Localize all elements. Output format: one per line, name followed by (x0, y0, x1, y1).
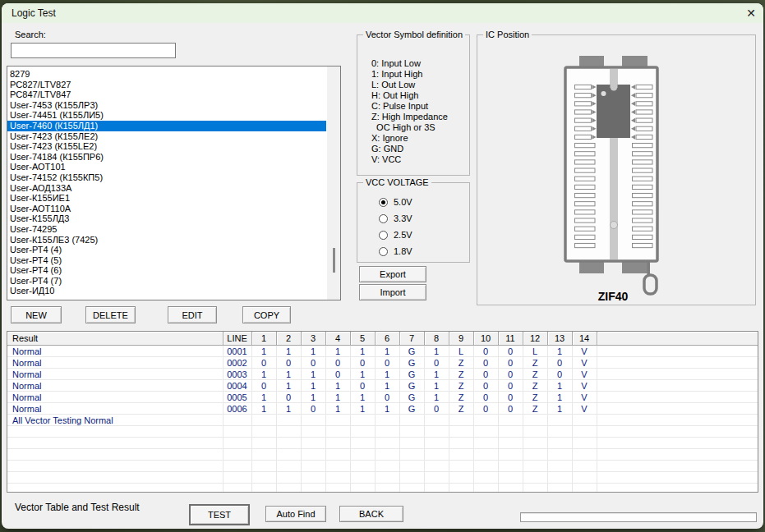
scrollbar-thumb[interactable] (333, 248, 335, 273)
socket-label: ZIF40 (598, 290, 629, 303)
value-cell: Z (449, 403, 473, 415)
listbox-scrollbar[interactable] (327, 66, 340, 300)
list-item[interactable]: User-РТ4 (4) (7, 245, 326, 255)
column-header: 14 (572, 332, 597, 346)
list-item[interactable]: PC847/LTV847 (7, 89, 326, 100)
value-cell: 1 (325, 403, 350, 415)
list-item[interactable]: User-74152 (К155КП5) (7, 172, 326, 183)
radio-icon[interactable] (379, 247, 388, 256)
vcc-option[interactable]: 3.3V (379, 210, 412, 227)
radio-icon[interactable] (379, 198, 388, 207)
value-cell: 0 (547, 369, 572, 380)
lever-handle[interactable] (644, 275, 657, 294)
value-cell (449, 426, 473, 438)
delete-button[interactable]: DELETE (85, 306, 136, 323)
value-cell (498, 472, 523, 484)
value-cell (424, 415, 449, 426)
symbol-line: H: Out High (371, 90, 448, 101)
vector-row[interactable]: Normal0002000000G0Z00Z0V (7, 357, 758, 369)
empty-row[interactable] (7, 461, 758, 472)
value-cell: G (399, 392, 424, 403)
vcc-option[interactable]: 2.5V (379, 227, 412, 243)
value-cell: 0 (498, 346, 523, 357)
empty-row[interactable] (7, 449, 758, 461)
list-item[interactable]: User-РТ4 (5) (7, 255, 326, 266)
list-item[interactable]: User-К155ЛД3 (7, 213, 326, 224)
vcc-option[interactable]: 1.8V (379, 243, 412, 259)
zif-socket-graphic: ZIF40 (477, 35, 755, 305)
vector-row[interactable]: Normal0003111011G1Z00Z0V (7, 369, 758, 380)
list-item[interactable]: User-74184 (К155ПР6) (7, 152, 326, 163)
value-cell (350, 449, 375, 461)
value-cell (449, 438, 473, 449)
close-icon[interactable]: ✕ (739, 3, 763, 23)
list-item[interactable]: User-АОТ101 (7, 162, 326, 172)
value-cell: Z (449, 357, 473, 369)
value-cell: 0 (473, 392, 498, 403)
vector-row[interactable]: Normal0004011101G1Z00Z1V (7, 380, 758, 392)
search-input[interactable] (11, 43, 176, 58)
radio-icon[interactable] (379, 214, 388, 223)
symbol-line: C: Pulse Input (371, 101, 448, 112)
value-cell: L (449, 346, 473, 357)
auto-find-button[interactable]: Auto Find (265, 506, 326, 522)
list-item[interactable]: User-РТ4 (7) (7, 276, 326, 287)
vector-symbol-title: Vector Symbol definition (363, 30, 465, 39)
list-item[interactable]: User-74451 (К155ЛИ5) (7, 110, 326, 121)
vector-row[interactable]: Normal0006110111G0Z00Z1V (7, 403, 758, 415)
search-label: Search: (15, 30, 46, 39)
export-button[interactable]: Export (359, 266, 426, 282)
list-item[interactable]: PC827/LTV827 (7, 80, 326, 90)
list-item[interactable]: User-7423 (К155LE2) (7, 141, 326, 152)
result-cell (7, 484, 223, 493)
list-item[interactable]: User-АОД133А (7, 183, 326, 194)
radio-icon[interactable] (379, 231, 388, 240)
vector-row[interactable]: Normal0001111111G1L00L1V (7, 346, 758, 357)
value-cell (547, 438, 572, 449)
value-cell (251, 438, 276, 449)
value-cell (399, 461, 424, 472)
list-item[interactable]: User-К155ЛЕ3 (7425) (7, 235, 326, 245)
value-cell: 0 (547, 357, 572, 369)
list-item[interactable]: User-ИД10 (7, 286, 326, 296)
list-item[interactable]: User-К155ИЕ1 (7, 193, 326, 204)
value-cell (276, 461, 301, 472)
list-item[interactable]: User-РТ4 (6) (7, 265, 326, 276)
back-button[interactable]: BACK (339, 506, 403, 522)
value-cell: 0 (350, 380, 375, 392)
value-cell: 1 (301, 380, 325, 392)
list-item[interactable]: User-7460 (К155ЛД1) (7, 121, 326, 131)
summary-row[interactable]: All Vector Testing Normal (7, 415, 758, 426)
import-button[interactable]: Import (359, 284, 426, 300)
value-cell: 0 (276, 357, 301, 369)
empty-row[interactable] (7, 484, 758, 493)
column-header: 7 (399, 332, 424, 346)
vcc-option[interactable]: 5.0V (379, 194, 412, 210)
new-button[interactable]: NEW (11, 306, 62, 323)
copy-button[interactable]: COPY (242, 306, 291, 323)
value-cell (350, 415, 375, 426)
value-cell (301, 484, 325, 493)
list-item[interactable]: User-7453 (К155ЛР3) (7, 100, 326, 111)
list-item[interactable]: User-АОТ110А (7, 204, 326, 214)
list-item[interactable]: 8279 (7, 69, 326, 80)
list-item[interactable]: User-74295 (7, 224, 326, 235)
column-header: 8 (424, 332, 449, 346)
empty-row[interactable] (7, 438, 758, 449)
column-header: 11 (498, 332, 523, 346)
vcc-voltage-groupbox: VCC VOLTAGE 5.0V3.3V2.5V1.8V (357, 182, 470, 263)
value-cell (251, 449, 276, 461)
empty-row[interactable] (7, 426, 758, 438)
logic-test-dialog: Logic Test ✕ Search: 8279PC827/LTV827PC8… (2, 3, 763, 529)
value-cell: 0 (251, 357, 276, 369)
radio-label: 2.5V (394, 230, 412, 240)
list-item[interactable]: User-7423 (К155ЛЕ2) (7, 131, 326, 142)
result-cell: All Vector Testing Normal (7, 415, 223, 426)
result-cell: Normal (7, 357, 223, 369)
test-button[interactable]: TEST (189, 504, 250, 525)
edit-button[interactable]: EDIT (168, 306, 217, 323)
empty-row[interactable] (7, 472, 758, 484)
vector-row[interactable]: Normal0005101110G1Z00Z1V (7, 392, 758, 403)
value-cell: 1 (547, 392, 572, 403)
result-cell: Normal (7, 403, 223, 415)
